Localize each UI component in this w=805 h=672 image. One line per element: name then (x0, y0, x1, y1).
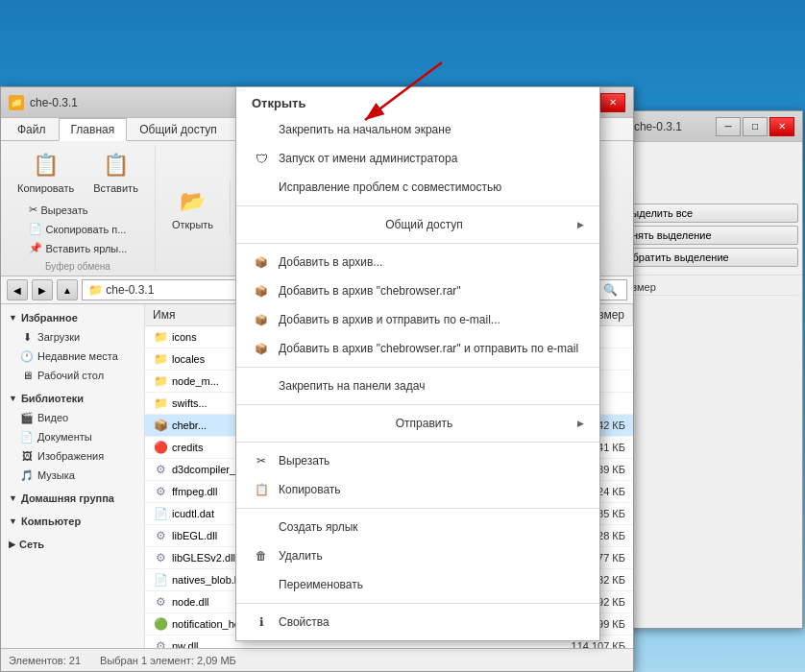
invert-selection-btn[interactable]: Обратить выделение (616, 248, 798, 267)
sidebar-item-video[interactable]: 🎬 Видео (1, 408, 144, 427)
music-icon: 🎵 (20, 468, 34, 482)
ctx-add-rar[interactable]: 📦 Добавить в архив "chebrowser.rar" (236, 276, 599, 305)
file-icon: 📁 (153, 329, 168, 345)
computer-arrow: ▼ (9, 516, 17, 526)
ctx-create-shortcut-label: Создать ярлык (279, 520, 358, 534)
clipboard-group: 📋 Копировать 📋 Вставить ✂ Вырезать (9, 145, 156, 272)
ctx-pin-start[interactable]: Закрепить на начальном экране (236, 115, 599, 144)
sidebar-item-downloads[interactable]: ⬇ Загрузки (1, 327, 144, 347)
ctx-add-rar-label: Добавить в архив "chebrowser.rar" (279, 284, 461, 298)
file-name: node_m... (172, 375, 219, 387)
clipboard-group-label: Буфер обмена (45, 261, 110, 272)
ctx-rename[interactable]: Переименовать (236, 570, 599, 599)
ctx-pin-taskbar[interactable]: Закрепить на панели задач (236, 372, 599, 400)
tab-home[interactable]: Главная (59, 118, 128, 141)
file-icon: ⚙ (153, 462, 168, 477)
ctx-sep-5 (236, 442, 599, 443)
open-btn[interactable]: 📂 Открыть (163, 181, 222, 235)
ctx-add-email[interactable]: 📦 Добавить в архив и отправить по e-mail… (236, 305, 599, 334)
libraries-arrow: ▼ (9, 394, 17, 403)
window2-minimize-btn[interactable]: ─ (716, 117, 741, 136)
ctx-delete[interactable]: 🗑 Удалить (236, 541, 599, 570)
ctx-cut[interactable]: ✂ Вырезать (236, 446, 599, 475)
status-bar: Элементов: 21 Выбран 1 элемент: 2,09 МБ (1, 648, 633, 671)
sidebar-item-images[interactable]: 🖼 Изображения (1, 446, 144, 466)
file-icon: 🟢 (153, 616, 168, 632)
forward-btn[interactable]: ▶ (32, 279, 53, 300)
sidebar-header-libraries[interactable]: ▼ Библиотеки (1, 389, 144, 408)
file-name: credits (172, 442, 203, 453)
file-name: icons (172, 331, 197, 343)
ctx-run-admin[interactable]: 🛡 Запуск от имени администратора (236, 144, 599, 173)
file-icon: ⚙ (153, 594, 168, 610)
sidebar-header-favorites[interactable]: ▼ Избранное (1, 308, 144, 327)
file-icon: ⚙ (153, 550, 168, 565)
window2-close-btn[interactable]: ✕ (769, 117, 794, 136)
cut-btn[interactable]: ✂ Вырезать (22, 201, 134, 219)
homegroup-arrow: ▼ (9, 493, 17, 503)
close-btn[interactable]: ✕ (600, 93, 625, 112)
ctx-open[interactable]: Открыть (236, 91, 599, 115)
paste-shortcut-icon: 📌 (29, 242, 42, 254)
window2-maximize-btn[interactable]: □ (743, 117, 768, 136)
file-name: nw.dll (172, 640, 199, 648)
file-icon: ⚙ (153, 638, 168, 648)
sidebar-header-network[interactable]: ▶ Сеть (1, 535, 144, 554)
ctx-properties[interactable]: ℹ Свойства (236, 608, 599, 636)
ctx-share[interactable]: Общий доступ (236, 210, 599, 239)
sidebar-item-docs[interactable]: 📄 Документы (1, 427, 144, 446)
sidebar-group-network: ▶ Сеть (1, 535, 144, 554)
open-icon: 📂 (177, 186, 207, 217)
window2-right-panel: Выделить все Снять выделение Обратить вы… (612, 200, 802, 271)
downloads-icon: ⬇ (20, 330, 34, 344)
copy-btn[interactable]: 📋 Копировать (9, 145, 83, 199)
ctx-rename-label: Переименовать (279, 578, 363, 591)
clipboard-small-btns: ✂ Вырезать 📄 Скопировать п... 📌 Вставить… (22, 201, 134, 257)
ctx-send-label: Отправить (396, 417, 453, 430)
shield-icon: 🛡 (252, 149, 271, 168)
explorer-window-2: ■■ che-0.3.1 ─ □ ✕ Выделить все Снять вы… (611, 110, 803, 629)
sidebar-item-recent[interactable]: 🕐 Недавние места (1, 347, 144, 366)
ctx-create-shortcut[interactable]: Создать ярлык (236, 513, 599, 541)
ctx-sep-7 (236, 603, 599, 604)
ctx-cut-label: Вырезать (279, 454, 329, 468)
sidebar-item-desktop[interactable]: 🖥 Рабочий стол (1, 366, 144, 385)
sidebar-item-music[interactable]: 🎵 Музыка (1, 466, 144, 485)
images-label: Изображения (37, 450, 104, 462)
ctx-compat[interactable]: Исправление проблем с совместимостью (236, 173, 599, 202)
up-btn[interactable]: ▲ (57, 279, 78, 300)
paste-icon: 📋 (101, 150, 132, 180)
copy-path-btn[interactable]: 📄 Скопировать п... (22, 220, 134, 238)
items-count: Элементов: 21 (9, 655, 81, 666)
tab-file[interactable]: Файл (5, 118, 59, 140)
ctx-copy[interactable]: 📋 Копировать (236, 475, 599, 504)
deselect-btn[interactable]: Снять выделение (616, 226, 798, 245)
file-icon: 📁 (153, 351, 168, 367)
ctx-add-archive[interactable]: 📦 Добавить в архив... (236, 248, 599, 276)
ctx-send[interactable]: Отправить (236, 409, 599, 438)
ctx-pin-start-label: Закрепить на начальном экране (279, 123, 451, 136)
taskbar-icon (252, 376, 271, 396)
desktop: ■■ che-0.3.1 ─ □ ✕ Выделить все Снять вы… (0, 0, 805, 672)
tab-share[interactable]: Общий доступ (127, 118, 230, 140)
cut-icon: ✂ (252, 451, 271, 470)
paste-btn[interactable]: 📋 Вставить (85, 145, 147, 199)
search-icon[interactable]: 🔍 (603, 283, 618, 297)
properties-icon: ℹ (252, 612, 271, 632)
ctx-sep-6 (236, 508, 599, 509)
paste-shortcut-btn[interactable]: 📌 Вставить ярлы... (22, 239, 134, 257)
sidebar-header-homegroup[interactable]: ▼ Домашняя группа (1, 489, 144, 508)
ctx-add-rar-email[interactable]: 📦 Добавить в архив "chebrowser.rar" и от… (236, 334, 599, 363)
video-label: Видео (37, 412, 68, 423)
scissors-icon: ✂ (29, 204, 37, 216)
ctx-sep-1 (236, 205, 599, 206)
rar-icon-4: 📦 (252, 339, 271, 358)
sidebar-group-homegroup: ▼ Домашняя группа (1, 489, 144, 508)
file-icon: 📄 (153, 506, 168, 521)
select-all-btn[interactable]: Выделить все (616, 204, 798, 223)
rename-icon (252, 575, 271, 594)
sidebar-header-computer[interactable]: ▼ Компьютер (1, 512, 144, 531)
back-btn[interactable]: ◀ (7, 279, 28, 300)
video-icon: 🎬 (20, 411, 34, 424)
rar-icon-1: 📦 (252, 252, 271, 272)
